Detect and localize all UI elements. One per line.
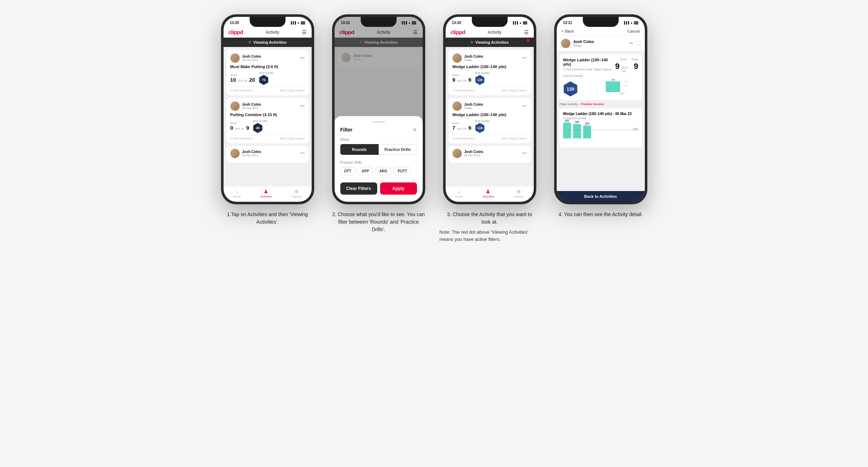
avatar-4 <box>561 39 570 48</box>
status-icons-4: ▐▐▐ ▲ ▓▓ <box>623 21 638 24</box>
banner-text-3: Viewing Activities <box>475 40 509 44</box>
more-options-3b[interactable]: ••• <box>522 104 527 109</box>
nav-activities-1[interactable]: ♟ Activities <box>260 189 272 198</box>
mini-chart-svg: 130 APP 100 50 0 <box>580 78 638 96</box>
nav-capture-3[interactable]: ⊕ Capture <box>514 189 524 198</box>
user-name-2: Josh Coles <box>242 103 261 106</box>
phone-3-frame: 13:20 ▐▐▐ ▲ ▓▓ clippd Activity ☰ ⚙ Vie <box>443 14 536 204</box>
modal-actions-2: Clear Filters Apply <box>340 182 417 195</box>
nav-capture-label-1: Capture <box>292 195 302 198</box>
dashed-line-4 <box>563 130 638 130</box>
header-title-1: Activity <box>266 30 279 35</box>
avatar-1 <box>230 53 240 63</box>
partial-more[interactable]: ••• <box>300 151 305 156</box>
practice-drills-toggle-btn[interactable]: Practice Drills <box>379 144 417 155</box>
bar-1: 132 <box>563 119 571 138</box>
back-activities-btn-4[interactable]: Back to Activities <box>557 191 645 202</box>
drill-chips-2: OTT APP ARG PUTT <box>340 167 417 175</box>
apply-btn[interactable]: Apply <box>380 182 417 195</box>
user-info-2: Josh Coles 28 Feb 2023 <box>230 101 261 111</box>
chip-arg[interactable]: ARG <box>375 167 391 175</box>
menu-icon-3[interactable]: ☰ <box>524 29 529 35</box>
user-details-1: Josh Coles 28 Feb 2023 <box>242 54 261 62</box>
card-footer-1: ⓘ Test Information Data: Clippd Capture <box>230 87 305 92</box>
phone-3-col: 13:20 ▐▐▐ ▲ ▓▓ clippd Activity ☰ ⚙ Vie <box>440 14 540 243</box>
back-btn-4[interactable]: < Back <box>562 29 574 33</box>
activity-card-2[interactable]: Josh Coles 28 Feb 2023 ••• Putting Combi… <box>226 98 309 143</box>
viewing-banner-1[interactable]: ⚙ Viewing Activities <box>224 38 312 47</box>
practice-session-label: Practice Session <box>581 103 604 106</box>
user-info-3a: Josh Coles Today <box>452 53 483 63</box>
logo-3: clippd <box>451 29 465 35</box>
bars-row-4: 132 129 124 <box>563 123 638 144</box>
partial-card-1[interactable]: Josh Coles 28 Feb 2023 ••• <box>226 146 309 163</box>
svg-rect-0 <box>606 81 620 92</box>
nav-capture-label-3: Capture <box>514 195 524 198</box>
phone-4-notch <box>583 17 619 27</box>
more-options-3a[interactable]: ••• <box>522 56 527 61</box>
svg-text:0: 0 <box>625 90 626 92</box>
activity-card-3a[interactable]: Josh Coles Today ••• Wedge Ladder (100–1… <box>449 50 531 95</box>
score-card-4: Wedge Ladder (100–140 yds) ⓘ Test Inform… <box>560 54 642 100</box>
phone-4-col: 13:21 ▐▐▐ ▲ ▓▓ < Back Cancel <box>551 14 651 218</box>
filter-toggle-row-2: Rounds Practice Drills <box>340 144 417 155</box>
nav-home-1[interactable]: ⌂ Home <box>233 189 241 198</box>
viewing-banner-3[interactable]: ⚙ Viewing Activities <box>446 38 534 47</box>
edit-icon-4[interactable]: ✏ <box>630 41 633 46</box>
user-details-2: Josh Coles 28 Feb 2023 <box>242 103 261 110</box>
more-options-1[interactable]: ••• <box>300 56 305 61</box>
phones-container: 13:20 ▐▐▐ ▲ ▓▓ clippd Activity ☰ ⚙ Vie <box>217 14 651 243</box>
nav-activities-3[interactable]: ♟ Activities <box>483 189 494 198</box>
nav-home-3[interactable]: ⌂ Home <box>455 189 463 198</box>
chip-ott[interactable]: OTT <box>340 167 355 175</box>
drill-label-2: Practice Drills <box>340 161 417 165</box>
clear-filters-btn[interactable]: Clear Filters <box>340 182 377 195</box>
avg-label-4: Avg Shot Quality <box>563 74 638 77</box>
chip-app[interactable]: APP <box>358 167 373 175</box>
bottom-nav-3: ⌂ Home ♟ Activities ⊕ Capture <box>446 186 534 202</box>
filter-icon-3: ⚙ <box>470 40 473 44</box>
partial-more-3[interactable]: ••• <box>522 151 527 156</box>
menu-icon-1[interactable]: ☰ <box>302 29 307 35</box>
avatar-3a <box>452 53 462 63</box>
activity-card-3b[interactable]: Josh Coles Today ••• Wedge Ladder (100–1… <box>449 98 531 143</box>
expand-icon-4[interactable]: ⛶ <box>636 41 641 46</box>
rounds-toggle-btn[interactable]: Rounds <box>340 144 379 155</box>
card-stats-3b: Score 7 OUT OF 9 Shot Quality 118 <box>452 119 527 133</box>
score-group-1: Score 10 OUT OF 20 <box>230 73 255 83</box>
bar-3: 124 <box>583 122 591 138</box>
battery-icon-3: ▓▓ <box>523 21 527 24</box>
card-title-2: Putting Combine (3-15 ft) <box>230 113 305 117</box>
activity-card-1[interactable]: Josh Coles 28 Feb 2023 ••• Must Make Put… <box>226 50 309 95</box>
status-icons-1: ▐▐▐ ▲ ▓▓ <box>290 21 305 24</box>
chip-putt[interactable]: PUTT <box>394 167 411 175</box>
card-footer-2: ⓘ Test Information Data: Clippd Capture <box>230 135 305 140</box>
banner-text-1: Viewing Activities <box>253 40 287 44</box>
partial-avatar <box>230 149 240 158</box>
detail-scroll-4: Wedge Ladder (100–140 yds) ⓘ Test Inform… <box>557 51 645 191</box>
phone-1-col: 13:20 ▐▐▐ ▲ ▓▓ clippd Activity ☰ ⚙ Vie <box>217 14 318 226</box>
more-options-2[interactable]: ••• <box>300 104 305 109</box>
close-modal-btn[interactable]: ✕ <box>413 127 417 133</box>
avatar-2 <box>230 101 240 111</box>
test-info-4: ⓘ Test Information Data: Clippd Capture <box>563 68 612 71</box>
svg-text:50: 50 <box>625 85 627 87</box>
card-header-3b: Josh Coles Today ••• <box>452 101 527 111</box>
user-name-3b: Josh Coles <box>464 103 483 106</box>
nav-activities-label-3: Activities <box>483 195 494 198</box>
card-header-3a: Josh Coles Today ••• <box>452 53 527 63</box>
battery-icon-4: ▓▓ <box>634 21 638 24</box>
cancel-btn-4[interactable]: Cancel <box>627 29 639 33</box>
status-time-1: 13:20 <box>230 21 239 25</box>
user-info-1: Josh Coles 28 Feb 2023 <box>230 53 261 63</box>
partial-card-3[interactable]: Josh Coles 28 Feb 2023 ••• <box>449 146 531 163</box>
hex-badge-3b: 118 <box>475 123 485 133</box>
app-header-3: clippd Activity ☰ <box>446 27 534 38</box>
nav-capture-1[interactable]: ⊕ Capture <box>292 189 302 198</box>
caption-4: 4. You can then see the Activity detail. <box>558 211 643 218</box>
card-stats-1: Score 10 OUT OF 20 Shot Quality 75 <box>230 71 305 85</box>
status-time-3: 13:20 <box>452 21 461 25</box>
status-icons-3: ▐▐▐ ▲ ▓▓ <box>512 21 527 24</box>
user-info-3b: Josh Coles Today <box>452 101 483 111</box>
hex-badge-3a: 130 <box>475 75 485 85</box>
